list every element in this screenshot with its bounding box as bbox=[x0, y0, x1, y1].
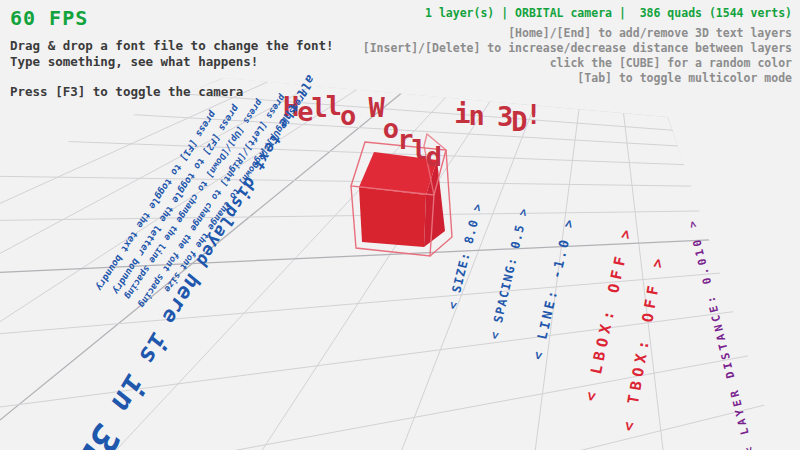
help-layer-distance-keys: [Insert]/[Delete] to increase/decrease d… bbox=[363, 41, 792, 56]
hello-letter: r bbox=[397, 124, 411, 155]
hello-letter: o bbox=[340, 100, 354, 131]
hello-letter: ! bbox=[526, 99, 540, 130]
help-add-remove-layers: [Home]/[End] to add/remove 3D text layer… bbox=[363, 26, 792, 41]
hello-letter: n bbox=[468, 100, 482, 131]
instruction-type-something: Type something, see what happens! bbox=[10, 54, 334, 70]
hello-letter bbox=[483, 84, 497, 115]
hello-letter: l bbox=[411, 134, 425, 165]
hello-letter: D bbox=[511, 106, 525, 137]
hello-letter: o bbox=[383, 113, 397, 144]
hello-letter: i bbox=[454, 98, 468, 129]
hello-letter bbox=[440, 84, 454, 115]
cube-face-front[interactable] bbox=[359, 187, 426, 247]
hello-letter: 3 bbox=[497, 101, 511, 132]
font-demo-app: 60 FPS Drag & drop a font file to change… bbox=[0, 0, 800, 450]
status-bar: 1 layer(s) | ORBITAL camera | 386 quads … bbox=[363, 6, 792, 20]
hud-top-right: 1 layer(s) | ORBITAL camera | 386 quads … bbox=[363, 6, 792, 86]
hello-letter bbox=[354, 84, 368, 115]
help-cube-random-color: click the [CUBE] for a random color bbox=[363, 56, 792, 71]
hello-letter: W bbox=[369, 92, 383, 123]
instruction-drag-drop: Drag & drop a font file to change the fo… bbox=[10, 38, 334, 54]
hello-letter: d bbox=[426, 141, 440, 172]
fps-counter: 60 FPS bbox=[10, 6, 334, 30]
